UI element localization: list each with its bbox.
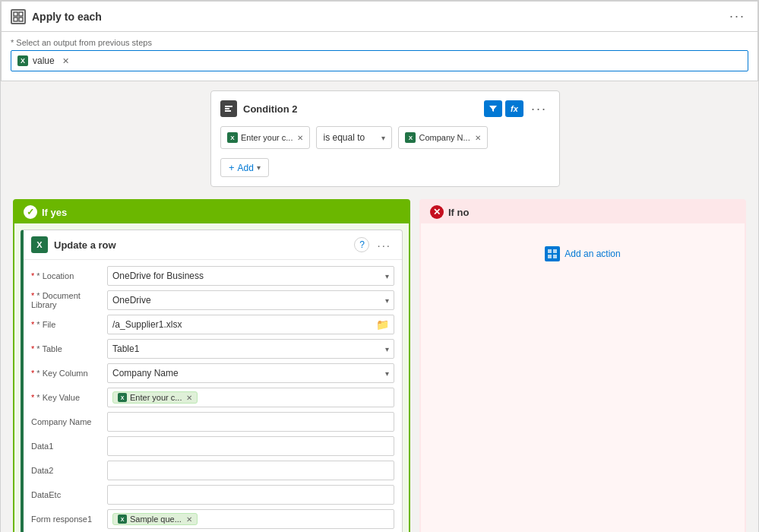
key-column-chevron-icon: ▾ (385, 369, 389, 378)
form-response1-token: X Sample que... ✕ (112, 513, 198, 525)
apply-to-each-icon (11, 9, 26, 24)
svg-rect-0 (14, 12, 17, 16)
condition-right-pill-close[interactable]: ✕ (475, 134, 481, 142)
key-value-input[interactable]: X Enter your c... ✕ (107, 388, 394, 407)
condition-icon (220, 100, 237, 117)
svg-rect-7 (553, 255, 557, 258)
key-value-label: * Key Value (31, 393, 107, 402)
svg-rect-6 (548, 255, 552, 258)
form-row-table: * Table Table1 ▾ (31, 339, 394, 359)
form-response1-token-icon: X (118, 515, 127, 524)
update-row-title: Update a row (54, 239, 116, 251)
branches-row: ✓ If yes X Update a row (13, 199, 746, 532)
condition-left-pill[interactable]: X Enter your c... ✕ (220, 126, 310, 149)
form-response1-token-close[interactable]: ✕ (186, 515, 192, 524)
data1-label: Data1 (31, 442, 107, 451)
company-name-input[interactable] (107, 412, 394, 432)
condition-right-pill[interactable]: X Company N... ✕ (398, 126, 487, 149)
key-value-token-icon: X (118, 393, 127, 402)
condition-operator-text: is equal to (323, 132, 365, 143)
condition-row: X Enter your c... ✕ is equal to ▾ X Comp… (220, 126, 550, 149)
form-row-data2: Data2 (31, 461, 394, 480)
branch-no-label: If no (448, 207, 469, 218)
select-label: * Select an output from previous steps (11, 38, 748, 47)
condition-title: Condition 2 (243, 103, 298, 115)
dataetc-input[interactable] (107, 485, 394, 505)
add-action-label: Add an action (565, 249, 620, 259)
condition-operator-dropdown[interactable]: is equal to ▾ (316, 126, 392, 149)
document-library-chevron-icon: ▾ (385, 296, 389, 305)
form-row-document-library: * Document Library OneDrive ▾ (31, 290, 394, 310)
branch-yes-content: X Update a row ? ··· (14, 223, 409, 532)
form-row-form-response1: Form response1 X Sample que... ✕ (31, 509, 394, 529)
svg-rect-2 (14, 17, 17, 21)
location-dropdown[interactable]: OneDrive for Business ▾ (107, 266, 394, 286)
apply-to-each-header: Apply to each ··· (1, 1, 758, 31)
file-folder-icon: 📁 (376, 318, 389, 331)
data1-input[interactable] (107, 436, 394, 456)
data2-label: Data2 (31, 466, 107, 475)
condition-left-pill-icon: X (227, 132, 238, 143)
branch-yes-header: ✓ If yes (14, 201, 409, 223)
update-row-header-left: X Update a row (31, 236, 116, 253)
svg-rect-1 (19, 12, 23, 16)
select-input-close-icon[interactable]: ✕ (62, 56, 69, 66)
key-column-value: Company Name (112, 368, 179, 378)
update-row-ellipsis-button[interactable]: ··· (374, 239, 394, 252)
condition-right-pill-text: Company N... (419, 133, 470, 142)
form-row-location: * Location OneDrive for Business ▾ (31, 266, 394, 286)
form-row-key-value: * Key Value X Enter your c... ✕ (31, 388, 394, 407)
key-value-token-close[interactable]: ✕ (186, 394, 192, 402)
condition-filter-button[interactable] (484, 100, 502, 117)
apply-to-each-wrapper: Apply to each ··· * Select an output fro… (0, 0, 759, 532)
update-row-form: * Location OneDrive for Business ▾ * Doc… (24, 260, 402, 532)
file-input[interactable]: /a_Supplier1.xlsx 📁 (107, 315, 394, 334)
file-value: /a_Supplier1.xlsx (112, 319, 182, 330)
condition-fx-button[interactable]: fx (505, 100, 523, 117)
x-icon: ✕ (430, 205, 444, 219)
svg-rect-3 (19, 17, 23, 21)
condition-header: Condition 2 fx ··· (220, 100, 550, 117)
location-chevron-icon: ▾ (385, 272, 389, 280)
checkmark-icon: ✓ (24, 205, 37, 219)
table-dropdown[interactable]: Table1 ▾ (107, 339, 394, 359)
apply-header-ellipsis-button[interactable]: ··· (726, 8, 748, 24)
update-row-toolbar: ? ··· (354, 237, 394, 252)
file-label: * File (31, 320, 107, 329)
svg-rect-4 (548, 249, 552, 253)
location-label: * Location (31, 271, 107, 280)
condition-ellipsis-button[interactable]: ··· (528, 101, 550, 117)
form-row-dataetc: DataEtc (31, 485, 394, 505)
form-row-company-name: Company Name (31, 412, 394, 432)
form-row-key-column: * Key Column Company Name ▾ (31, 363, 394, 383)
document-library-dropdown[interactable]: OneDrive ▾ (107, 290, 394, 310)
condition-left-pill-text: Enter your c... (241, 133, 293, 142)
update-row-header: X Update a row ? ··· (24, 230, 402, 260)
document-library-label: * Document Library (31, 291, 107, 309)
condition-left-pill-close[interactable]: ✕ (297, 134, 303, 142)
update-row-card: X Update a row ? ··· (21, 230, 403, 532)
key-column-label: * Key Column (31, 369, 107, 378)
add-label: Add (238, 163, 254, 173)
apply-header-title: Apply to each (32, 11, 102, 23)
key-column-dropdown[interactable]: Company Name ▾ (107, 363, 394, 383)
table-label: * Table (31, 344, 107, 353)
condition-add-button[interactable]: + Add ▾ (220, 158, 269, 177)
form-response1-input[interactable]: X Sample que... ✕ (107, 509, 394, 529)
chevron-down-icon: ▾ (381, 134, 385, 142)
form-response1-label: Form response1 (31, 515, 107, 524)
branch-yes: ✓ If yes X Update a row (13, 199, 410, 532)
apply-header-left: Apply to each (11, 9, 102, 24)
table-value: Table1 (112, 344, 139, 354)
document-library-value: OneDrive (112, 295, 151, 306)
dataetc-label: DataEtc (31, 490, 107, 499)
form-row-data1: Data1 (31, 436, 394, 456)
table-chevron-icon: ▾ (385, 345, 389, 353)
form-response1-token-text: Sample que... (130, 515, 182, 524)
condition-box: Condition 2 fx ··· (210, 90, 560, 187)
select-input[interactable]: X value ✕ (11, 50, 748, 71)
data2-input[interactable] (107, 461, 394, 480)
form-row-file: * File /a_Supplier1.xlsx 📁 (31, 315, 394, 334)
add-action-button[interactable]: Add an action (545, 246, 620, 261)
help-icon[interactable]: ? (354, 237, 369, 252)
